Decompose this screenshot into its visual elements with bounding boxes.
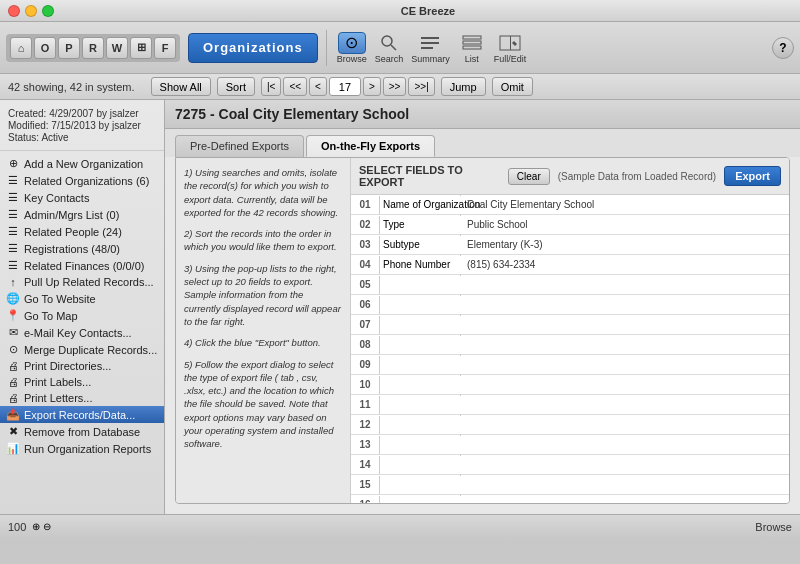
list-action[interactable]: List bbox=[458, 32, 486, 64]
minimize-button[interactable] bbox=[25, 5, 37, 17]
svg-rect-9 bbox=[510, 36, 511, 50]
sidebar-email-label: e-Mail Key Contacts... bbox=[24, 327, 132, 339]
fields-body: 0102030405060708091011121314151617181920… bbox=[351, 195, 789, 503]
fields-column: SELECT FIELDS TO EXPORT Clear (Sample Da… bbox=[351, 158, 789, 503]
home-icon[interactable]: ⌂ bbox=[10, 37, 32, 59]
sidebar-merge-label: Merge Duplicate Records... bbox=[24, 344, 157, 356]
field-row: 03 bbox=[351, 235, 460, 255]
nav-o-btn[interactable]: O bbox=[34, 37, 56, 59]
sidebar: Created: 4/29/2007 by jsalzer Modified: … bbox=[0, 100, 165, 514]
sidebar-item-related-people[interactable]: ☰ Related People (24) bbox=[0, 223, 164, 240]
nav-prev-button[interactable]: < bbox=[309, 77, 327, 96]
zoom-button[interactable] bbox=[42, 5, 54, 17]
sample-value: Public School bbox=[461, 215, 789, 235]
sort-button[interactable]: Sort bbox=[217, 77, 255, 96]
record-number-input[interactable]: 17 bbox=[329, 77, 361, 96]
clear-button[interactable]: Clear bbox=[508, 168, 550, 185]
nav-first-button[interactable]: |< bbox=[261, 77, 281, 96]
sidebar-item-website[interactable]: 🌐 Go To Website bbox=[0, 290, 164, 307]
field-number: 11 bbox=[351, 399, 379, 410]
sidebar-remove-label: Remove from Database bbox=[24, 426, 140, 438]
nav-f-btn[interactable]: F bbox=[154, 37, 176, 59]
nav-r-btn[interactable]: R bbox=[82, 37, 104, 59]
sample-value bbox=[461, 495, 789, 503]
browse-label: Browse bbox=[337, 54, 367, 64]
tab-onthefly[interactable]: On-the-Fly Exports bbox=[306, 135, 435, 157]
help-button[interactable]: ? bbox=[772, 37, 794, 59]
sidebar-item-admin-mgrs[interactable]: ☰ Admin/Mgrs List (0) bbox=[0, 206, 164, 223]
omit-button[interactable]: Omit bbox=[492, 77, 533, 96]
sidebar-item-remove[interactable]: ✖ Remove from Database bbox=[0, 423, 164, 440]
nav-last-button[interactable]: >>| bbox=[408, 77, 434, 96]
app-title: CE Breeze bbox=[64, 5, 792, 17]
sidebar-item-print-dirs[interactable]: 🖨 Print Directories... bbox=[0, 358, 164, 374]
svg-line-1 bbox=[391, 45, 396, 50]
full-edit-action[interactable]: Full/Edit bbox=[494, 32, 527, 64]
title-bar: CE Breeze bbox=[0, 0, 800, 22]
print-dirs-icon: 🖨 bbox=[6, 360, 20, 372]
sidebar-item-registrations[interactable]: ☰ Registrations (48/0) bbox=[0, 240, 164, 257]
export-icon: 📤 bbox=[6, 408, 20, 421]
mode-label: Browse bbox=[755, 521, 792, 533]
status-label: Status: Active bbox=[8, 132, 156, 143]
traffic-lights[interactable] bbox=[8, 5, 54, 17]
field-number: 07 bbox=[351, 319, 379, 330]
nav-next2-button[interactable]: >> bbox=[383, 77, 407, 96]
show-all-button[interactable]: Show All bbox=[151, 77, 211, 96]
module-button[interactable]: Organizations bbox=[188, 33, 318, 63]
sidebar-item-map[interactable]: 📍 Go To Map bbox=[0, 307, 164, 324]
sidebar-item-key-contacts[interactable]: ☰ Key Contacts bbox=[0, 189, 164, 206]
field-row: 05 bbox=[351, 275, 460, 295]
summary-action[interactable]: Summary bbox=[411, 32, 450, 64]
export-button[interactable]: Export bbox=[724, 166, 781, 186]
nav-p-btn[interactable]: P bbox=[58, 37, 80, 59]
field-row: 01 bbox=[351, 195, 460, 215]
sidebar-item-pull-up[interactable]: ↑ Pull Up Related Records... bbox=[0, 274, 164, 290]
sidebar-item-finances[interactable]: ☰ Related Finances (0/0/0) bbox=[0, 257, 164, 274]
nav-grid-btn[interactable]: ⊞ bbox=[130, 37, 152, 59]
svg-rect-2 bbox=[421, 37, 439, 39]
browse-action[interactable]: ⊙ Browse bbox=[337, 32, 367, 64]
sidebar-export-label: Export Records/Data... bbox=[24, 409, 135, 421]
nav-prev2-button[interactable]: << bbox=[283, 77, 307, 96]
status-bar: 100 ⊕ ⊖ Browse bbox=[0, 514, 800, 538]
tab-predefined[interactable]: Pre-Defined Exports bbox=[175, 135, 304, 157]
sample-values-column: Coal City Elementary SchoolPublic School… bbox=[461, 195, 789, 503]
export-panel: 1) Using searches and omits, isolate the… bbox=[175, 157, 790, 504]
sidebar-item-add-new[interactable]: ⊕ Add a New Organization bbox=[0, 155, 164, 172]
select-fields-title: SELECT FIELDS TO EXPORT bbox=[359, 164, 500, 188]
instruction-1: 1) Using searches and omits, isolate the… bbox=[184, 166, 342, 219]
sample-value bbox=[461, 375, 789, 395]
finance-icon: ☰ bbox=[6, 259, 20, 272]
sidebar-item-print-labels[interactable]: 🖨 Print Labels... bbox=[0, 374, 164, 390]
sidebar-print-labels-label: Print Labels... bbox=[24, 376, 91, 388]
record-count: 42 showing, 42 in system. bbox=[8, 81, 135, 93]
svg-rect-7 bbox=[463, 46, 481, 49]
nav-next-button[interactable]: > bbox=[363, 77, 381, 96]
sidebar-add-label: Add a New Organization bbox=[24, 158, 143, 170]
list-label: List bbox=[465, 54, 479, 64]
svg-rect-6 bbox=[463, 41, 481, 44]
sample-value bbox=[461, 395, 789, 415]
nav-icon-group: ⌂ O P R W ⊞ F bbox=[6, 34, 180, 62]
website-icon: 🌐 bbox=[6, 292, 20, 305]
jump-button[interactable]: Jump bbox=[441, 77, 486, 96]
search-action[interactable]: Search bbox=[375, 32, 404, 64]
sidebar-item-related-orgs[interactable]: ☰ Related Organizations (6) bbox=[0, 172, 164, 189]
sidebar-item-export[interactable]: 📤 Export Records/Data... bbox=[0, 406, 164, 423]
sidebar-item-merge[interactable]: ⊙ Merge Duplicate Records... bbox=[0, 341, 164, 358]
close-button[interactable] bbox=[8, 5, 20, 17]
sidebar-item-print-letters[interactable]: 🖨 Print Letters... bbox=[0, 390, 164, 406]
field-row: 10 bbox=[351, 375, 460, 395]
field-row: 16 bbox=[351, 495, 460, 503]
sidebar-related-orgs-label: Related Organizations (6) bbox=[24, 175, 149, 187]
tab-bar: Pre-Defined Exports On-the-Fly Exports bbox=[165, 129, 800, 157]
sidebar-item-email[interactable]: ✉ e-Mail Key Contacts... bbox=[0, 324, 164, 341]
nav-w-btn[interactable]: W bbox=[106, 37, 128, 59]
sample-value bbox=[461, 475, 789, 495]
print-labels-icon: 🖨 bbox=[6, 376, 20, 388]
field-row: 12 bbox=[351, 415, 460, 435]
remove-icon: ✖ bbox=[6, 425, 20, 438]
search-icon bbox=[375, 32, 403, 54]
sidebar-item-reports[interactable]: 📊 Run Organization Reports bbox=[0, 440, 164, 457]
